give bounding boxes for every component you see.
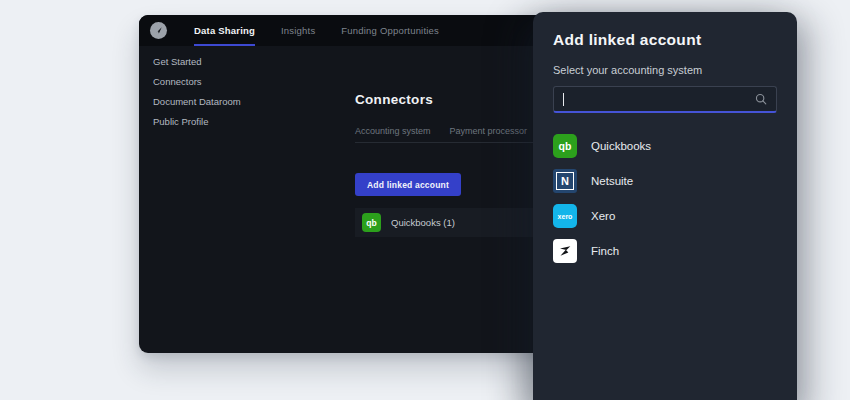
modal-subtitle: Select your accounting system	[553, 64, 777, 76]
quickbooks-icon: qb	[553, 134, 577, 158]
sidebar-item-document-dataroom[interactable]: Document Dataroom	[153, 97, 241, 107]
finch-icon	[553, 239, 577, 263]
top-nav-tabs: Data Sharing Insights Funding Opportunit…	[194, 15, 439, 46]
nav-tab-insights[interactable]: Insights	[281, 15, 315, 46]
option-label: Finch	[591, 245, 619, 257]
option-finch[interactable]: Finch	[553, 239, 777, 263]
quickbooks-icon: qb	[362, 213, 381, 232]
app-logo[interactable]	[150, 22, 167, 39]
sidebar-item-connectors[interactable]: Connectors	[153, 77, 241, 87]
add-linked-account-button[interactable]: Add linked account	[355, 173, 461, 196]
tab-accounting-system[interactable]: Accounting system	[355, 126, 431, 136]
option-netsuite[interactable]: N Netsuite	[553, 169, 777, 193]
sidebar-item-get-started[interactable]: Get Started	[153, 57, 241, 67]
netsuite-icon: N	[553, 169, 577, 193]
text-caret	[563, 93, 564, 106]
quickbooks-icon-text: qb	[366, 218, 376, 228]
option-xero[interactable]: xero Xero	[553, 204, 777, 228]
sidebar-item-public-profile[interactable]: Public Profile	[153, 117, 241, 127]
sidebar: Get Started Connectors Document Dataroom…	[153, 57, 241, 137]
connected-account-label: Quickbooks (1)	[391, 217, 455, 228]
accounting-system-options: qb Quickbooks N Netsuite xero Xero Fin	[553, 134, 777, 263]
send-arrow-icon	[154, 26, 163, 35]
nav-tab-funding-opportunities[interactable]: Funding Opportunities	[341, 15, 439, 46]
option-label: Xero	[591, 210, 615, 222]
search-input[interactable]	[553, 86, 777, 113]
option-label: Netsuite	[591, 175, 633, 187]
nav-tab-data-sharing[interactable]: Data Sharing	[194, 15, 255, 46]
modal-title: Add linked account	[553, 31, 777, 49]
option-quickbooks[interactable]: qb Quickbooks	[553, 134, 777, 158]
tab-payment-processor[interactable]: Payment processor	[450, 126, 528, 136]
option-label: Quickbooks	[591, 140, 651, 152]
add-linked-account-modal: Add linked account Select your accountin…	[533, 12, 797, 400]
search-icon	[755, 93, 767, 105]
netsuite-icon-text: N	[556, 172, 574, 190]
quickbooks-icon-text: qb	[559, 140, 572, 152]
finch-bird-glyph	[557, 243, 573, 259]
xero-icon-text: xero	[558, 213, 573, 220]
xero-icon: xero	[553, 204, 577, 228]
